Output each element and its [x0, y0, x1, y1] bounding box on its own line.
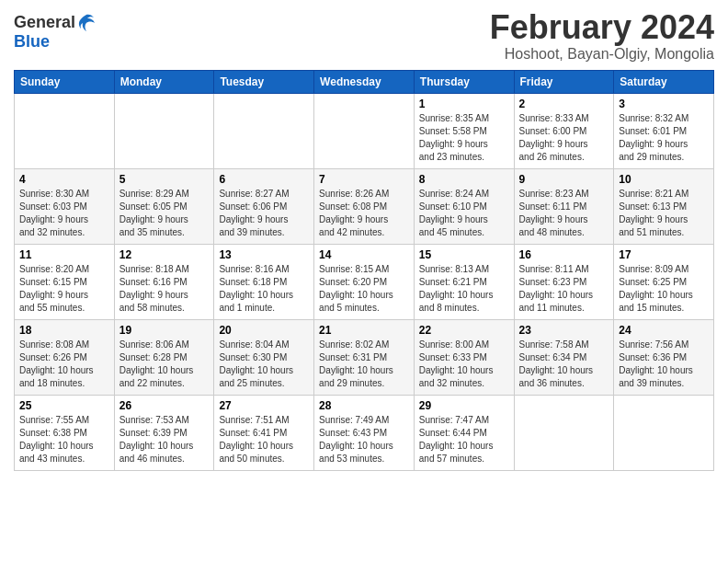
calendar-cell: 6Sunrise: 8:27 AM Sunset: 6:06 PM Daylig… — [214, 168, 314, 244]
header-wednesday: Wednesday — [314, 70, 415, 93]
calendar-cell: 13Sunrise: 8:16 AM Sunset: 6:18 PM Dayli… — [214, 244, 314, 319]
page-container: General Blue February 2024 Hoshoot, Baya… — [0, 0, 728, 476]
day-number: 10 — [619, 173, 709, 186]
week-row-4: 18Sunrise: 8:08 AM Sunset: 6:26 PM Dayli… — [15, 319, 714, 395]
week-row-3: 11Sunrise: 8:20 AM Sunset: 6:15 PM Dayli… — [15, 244, 714, 319]
day-number: 3 — [619, 98, 709, 110]
week-row-5: 25Sunrise: 7:55 AM Sunset: 6:38 PM Dayli… — [15, 395, 714, 470]
day-info: Sunrise: 8:15 AM Sunset: 6:20 PM Dayligh… — [319, 263, 409, 315]
day-number: 24 — [619, 324, 709, 337]
calendar-cell: 26Sunrise: 7:53 AM Sunset: 6:39 PM Dayli… — [114, 395, 214, 470]
calendar-cell: 15Sunrise: 8:13 AM Sunset: 6:21 PM Dayli… — [414, 244, 514, 319]
calendar-cell — [614, 395, 714, 470]
day-number: 13 — [219, 248, 309, 261]
day-number: 12 — [119, 248, 210, 261]
header-thursday: Thursday — [414, 70, 514, 93]
logo-bird-icon — [77, 13, 96, 33]
calendar-cell: 24Sunrise: 7:56 AM Sunset: 6:36 PM Dayli… — [614, 319, 714, 395]
day-number: 29 — [419, 399, 509, 412]
day-number: 23 — [519, 324, 609, 337]
day-info: Sunrise: 8:20 AM Sunset: 6:15 PM Dayligh… — [19, 263, 109, 315]
day-number: 7 — [319, 173, 409, 186]
calendar-cell: 1Sunrise: 8:35 AM Sunset: 5:58 PM Daylig… — [414, 93, 514, 168]
week-row-2: 4Sunrise: 8:30 AM Sunset: 6:03 PM Daylig… — [15, 168, 714, 244]
day-number: 2 — [519, 98, 609, 110]
header-friday: Friday — [514, 70, 614, 93]
day-info: Sunrise: 8:08 AM Sunset: 6:26 PM Dayligh… — [19, 339, 109, 390]
day-info: Sunrise: 8:04 AM Sunset: 6:30 PM Dayligh… — [219, 339, 309, 390]
day-info: Sunrise: 7:53 AM Sunset: 6:39 PM Dayligh… — [119, 414, 210, 465]
header-tuesday: Tuesday — [214, 70, 314, 93]
day-number: 27 — [219, 399, 309, 412]
calendar-cell: 28Sunrise: 7:49 AM Sunset: 6:43 PM Dayli… — [314, 395, 415, 470]
calendar-cell — [15, 93, 115, 168]
day-info: Sunrise: 7:55 AM Sunset: 6:38 PM Dayligh… — [19, 414, 109, 465]
day-info: Sunrise: 8:35 AM Sunset: 5:58 PM Dayligh… — [419, 112, 509, 164]
calendar-cell: 18Sunrise: 8:08 AM Sunset: 6:26 PM Dayli… — [15, 319, 115, 395]
day-number: 26 — [119, 399, 210, 412]
day-number: 25 — [19, 399, 109, 412]
month-title: February 2024 — [490, 9, 714, 46]
calendar-cell: 21Sunrise: 8:02 AM Sunset: 6:31 PM Dayli… — [314, 319, 415, 395]
calendar-table: Sunday Monday Tuesday Wednesday Thursday… — [14, 70, 714, 471]
day-info: Sunrise: 7:49 AM Sunset: 6:43 PM Dayligh… — [319, 414, 409, 465]
day-number: 8 — [419, 173, 509, 186]
day-info: Sunrise: 7:47 AM Sunset: 6:44 PM Dayligh… — [419, 414, 509, 465]
day-info: Sunrise: 8:11 AM Sunset: 6:23 PM Dayligh… — [519, 263, 609, 315]
calendar-cell: 5Sunrise: 8:29 AM Sunset: 6:05 PM Daylig… — [114, 168, 214, 244]
calendar-cell: 4Sunrise: 8:30 AM Sunset: 6:03 PM Daylig… — [15, 168, 115, 244]
day-info: Sunrise: 8:02 AM Sunset: 6:31 PM Dayligh… — [319, 339, 409, 390]
day-info: Sunrise: 8:16 AM Sunset: 6:18 PM Dayligh… — [219, 263, 309, 315]
calendar-cell — [114, 93, 214, 168]
day-info: Sunrise: 8:18 AM Sunset: 6:16 PM Dayligh… — [119, 263, 210, 315]
header: General Blue February 2024 Hoshoot, Baya… — [14, 9, 714, 63]
day-number: 16 — [519, 248, 609, 261]
calendar-cell: 12Sunrise: 8:18 AM Sunset: 6:16 PM Dayli… — [114, 244, 214, 319]
day-number: 6 — [219, 173, 309, 186]
day-info: Sunrise: 7:56 AM Sunset: 6:36 PM Dayligh… — [619, 339, 709, 390]
day-number: 4 — [19, 173, 109, 186]
day-info: Sunrise: 8:24 AM Sunset: 6:10 PM Dayligh… — [419, 188, 509, 239]
calendar-cell: 16Sunrise: 8:11 AM Sunset: 6:23 PM Dayli… — [514, 244, 614, 319]
calendar-cell: 22Sunrise: 8:00 AM Sunset: 6:33 PM Dayli… — [414, 319, 514, 395]
day-number: 19 — [119, 324, 210, 337]
day-number: 17 — [619, 248, 709, 261]
calendar-cell: 7Sunrise: 8:26 AM Sunset: 6:08 PM Daylig… — [314, 168, 415, 244]
day-info: Sunrise: 8:09 AM Sunset: 6:25 PM Dayligh… — [619, 263, 709, 315]
calendar-cell: 11Sunrise: 8:20 AM Sunset: 6:15 PM Dayli… — [15, 244, 115, 319]
calendar-cell — [214, 93, 314, 168]
day-number: 9 — [519, 173, 609, 186]
header-sunday: Sunday — [15, 70, 115, 93]
day-number: 28 — [319, 399, 409, 412]
day-info: Sunrise: 8:33 AM Sunset: 6:00 PM Dayligh… — [519, 112, 609, 164]
calendar-cell: 10Sunrise: 8:21 AM Sunset: 6:13 PM Dayli… — [614, 168, 714, 244]
day-info: Sunrise: 8:26 AM Sunset: 6:08 PM Dayligh… — [319, 188, 409, 239]
day-info: Sunrise: 7:51 AM Sunset: 6:41 PM Dayligh… — [219, 414, 309, 465]
day-info: Sunrise: 8:27 AM Sunset: 6:06 PM Dayligh… — [219, 188, 309, 239]
day-number: 5 — [119, 173, 210, 186]
day-info: Sunrise: 8:21 AM Sunset: 6:13 PM Dayligh… — [619, 188, 709, 239]
calendar-cell: 23Sunrise: 7:58 AM Sunset: 6:34 PM Dayli… — [514, 319, 614, 395]
day-info: Sunrise: 8:29 AM Sunset: 6:05 PM Dayligh… — [119, 188, 210, 239]
day-number: 14 — [319, 248, 409, 261]
day-number: 20 — [219, 324, 309, 337]
day-number: 11 — [19, 248, 109, 261]
day-number: 22 — [419, 324, 509, 337]
calendar-cell: 9Sunrise: 8:23 AM Sunset: 6:11 PM Daylig… — [514, 168, 614, 244]
calendar-cell: 14Sunrise: 8:15 AM Sunset: 6:20 PM Dayli… — [314, 244, 415, 319]
day-number: 18 — [19, 324, 109, 337]
calendar-cell: 27Sunrise: 7:51 AM Sunset: 6:41 PM Dayli… — [214, 395, 314, 470]
calendar-cell — [314, 93, 415, 168]
calendar-cell — [514, 395, 614, 470]
location: Hoshoot, Bayan-Olgiy, Mongolia — [490, 46, 714, 63]
logo-blue: Blue — [14, 32, 50, 51]
day-info: Sunrise: 8:13 AM Sunset: 6:21 PM Dayligh… — [419, 263, 509, 315]
calendar-cell: 20Sunrise: 8:04 AM Sunset: 6:30 PM Dayli… — [214, 319, 314, 395]
calendar-cell: 19Sunrise: 8:06 AM Sunset: 6:28 PM Dayli… — [114, 319, 214, 395]
day-number: 1 — [419, 98, 509, 110]
day-info: Sunrise: 7:58 AM Sunset: 6:34 PM Dayligh… — [519, 339, 609, 390]
title-area: February 2024 Hoshoot, Bayan-Olgiy, Mong… — [490, 9, 714, 63]
weekday-header-row: Sunday Monday Tuesday Wednesday Thursday… — [15, 70, 714, 93]
day-info: Sunrise: 8:06 AM Sunset: 6:28 PM Dayligh… — [119, 339, 210, 390]
calendar-cell: 25Sunrise: 7:55 AM Sunset: 6:38 PM Dayli… — [15, 395, 115, 470]
